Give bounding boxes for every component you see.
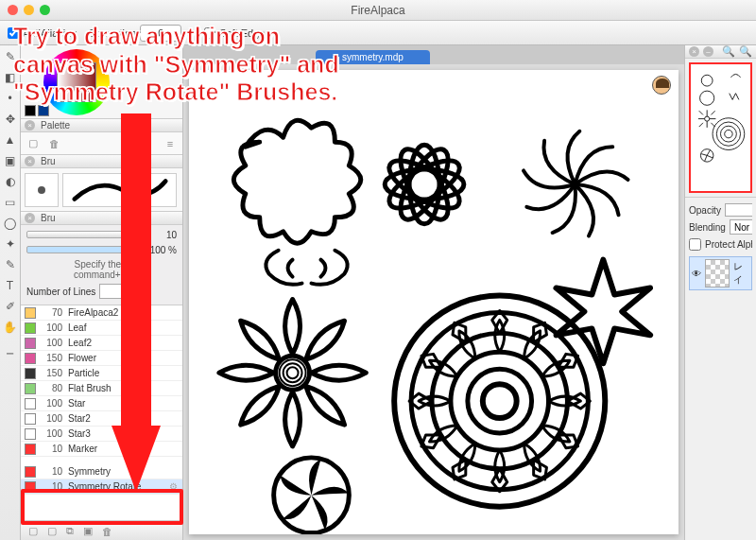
delete-brush-icon[interactable]: 🗑 (102, 526, 112, 537)
layer-name: レイ (733, 260, 749, 287)
brush-preview-label: Bru (41, 156, 56, 166)
palette-panel: ▢ 🗑 ≡ (21, 132, 182, 155)
brush-list-footer: ▢ ▢ ⧉ ▣ 🗑 (21, 521, 182, 540)
blending-select[interactable]: Norm (730, 219, 752, 235)
correction-control: Correction 0 ▲ ▼ (88, 25, 193, 42)
palette-close-icon[interactable]: × (25, 120, 35, 131)
antialias-label: AntiAliasing (23, 27, 77, 39)
select-rect-tool[interactable]: ▭ (3, 195, 18, 210)
svg-point-11 (468, 369, 532, 433)
layer-thumbnail (705, 259, 730, 287)
svg-point-10 (483, 384, 517, 418)
add-brush2-icon[interactable]: ▢ (47, 525, 57, 537)
brush-size-value: 10 (145, 230, 177, 240)
swatch-bg[interactable] (38, 105, 49, 116)
brush-list-item[interactable]: 100Star3 (21, 427, 182, 442)
brush-list-item[interactable]: 150Flower (21, 351, 182, 366)
canvas-artwork (189, 70, 679, 534)
dot-tool[interactable]: • (3, 91, 18, 106)
brush-control-close-icon[interactable]: × (25, 213, 35, 223)
brush-list-item[interactable]: 80Flat Brush (21, 381, 182, 396)
gradient-tool[interactable]: ◐ (3, 174, 18, 189)
brush-list-item[interactable]: 100Leaf2 (21, 336, 182, 351)
svg-point-15 (394, 296, 605, 507)
brush-list-item[interactable]: 100Star (21, 396, 182, 411)
brush-settings-icon[interactable]: ⚙ (169, 481, 182, 492)
brush-list[interactable]: 70FireAlpaca2 100Leaf 100Leaf2 150Flower… (21, 305, 182, 521)
correction-label: Correction (88, 27, 136, 39)
hand-tool[interactable]: ✋ (3, 320, 18, 335)
palette-menu-icon[interactable]: ≡ (163, 137, 177, 150)
softedge-checkbox[interactable]: Soft Edge (204, 27, 265, 39)
brush-hint: Specify the b command+Cl (26, 259, 177, 280)
svg-point-21 (720, 126, 736, 142)
folder-brush-icon[interactable]: ▣ (83, 525, 93, 537)
brush-list-item[interactable]: 100Star2 (21, 411, 182, 427)
color-square[interactable] (57, 62, 96, 102)
brush-preview-close-icon[interactable]: × (25, 156, 35, 166)
wand-tool[interactable]: ✦ (3, 236, 18, 252)
svg-point-20 (725, 130, 732, 137)
fill-tool[interactable]: ▲ (3, 132, 18, 148)
duplicate-brush-icon[interactable]: ⧉ (66, 525, 74, 537)
eyedropper-tool[interactable]: ✐ (3, 299, 18, 314)
brush-list-item[interactable]: 10Symmetry (21, 464, 182, 479)
tool-strip: ✎ ◧ • ✥ ▲ ▣ ◐ ▭ ◯ ✦ ✎ T ✐ ✋ ⎯ (0, 45, 21, 540)
swatch-fg[interactable] (25, 105, 36, 116)
brush-list-item[interactable]: 10Symmetry Rotate ⚙ (21, 479, 182, 495)
nav-close-icon[interactable]: × (689, 46, 699, 57)
text-tool[interactable]: T (3, 278, 18, 293)
layer-panel: Opacity BlendingNorm Protect Alpha 👁 レイ (685, 197, 756, 540)
brush-tool[interactable]: ✎ (3, 49, 18, 64)
eraser-tool[interactable]: ◧ (3, 70, 18, 85)
layer-visibility-icon[interactable]: 👁 (692, 269, 701, 279)
divider: ⎯ (3, 340, 18, 356)
add-palette-icon[interactable]: ▢ (26, 137, 40, 150)
zoom-in-icon[interactable]: 🔍 (739, 45, 752, 58)
svg-point-17 (701, 75, 713, 86)
zoom-window-button[interactable] (40, 5, 50, 15)
protect-alpha-checkbox[interactable] (689, 238, 701, 251)
delete-palette-icon[interactable]: 🗑 (47, 137, 60, 150)
softedge-label: Soft Edge (219, 27, 265, 39)
blending-label: Blending (689, 222, 726, 233)
opacity-input[interactable] (725, 203, 752, 217)
app-title: FireAlpaca (351, 4, 404, 17)
layer-row[interactable]: 👁 レイ (689, 256, 752, 290)
color-panel (21, 45, 182, 119)
close-window-button[interactable] (8, 5, 18, 15)
zoom-out-icon[interactable]: 🔍 (722, 45, 735, 58)
numlines-input[interactable] (99, 284, 129, 299)
correction-step-down[interactable]: ▼ (185, 33, 193, 40)
svg-point-19 (705, 116, 710, 121)
bucket-tool[interactable]: ▣ (3, 153, 18, 168)
svg-point-14 (411, 312, 588, 489)
canvas[interactable] (189, 70, 679, 534)
brush-opacity-slider[interactable] (26, 246, 139, 253)
correction-value[interactable]: 0 (140, 25, 181, 42)
select-lasso-tool[interactable]: ◯ (3, 216, 18, 231)
brush-control-panel: 10 100 % Specify the b command+Cl Number… (21, 225, 182, 305)
brush-list-item[interactable]: 70FireAlpaca2 (21, 305, 182, 321)
brush-list-item[interactable]: 150Particle (21, 366, 182, 381)
options-bar: AntiAliasing Correction 0 ▲ ▼ Soft Edge (0, 21, 756, 45)
brush-control-label: Bru (41, 213, 56, 223)
brush-stroke-preview (62, 173, 177, 207)
navigator-preview[interactable] (689, 62, 752, 193)
move-tool[interactable]: ✥ (3, 112, 18, 127)
numlines-label: Number of Lines (26, 287, 95, 297)
numlines-step-down[interactable]: ▼ (133, 291, 141, 298)
add-brush-icon[interactable]: ▢ (28, 525, 38, 537)
document-tab[interactable]: symmetry.mdp (316, 50, 430, 64)
minimize-window-button[interactable] (24, 5, 34, 15)
pen-select-tool[interactable]: ✎ (3, 257, 18, 272)
svg-point-18 (700, 91, 714, 105)
svg-point-23 (713, 118, 745, 150)
brush-size-slider[interactable] (26, 231, 139, 238)
nav-collapse-icon[interactable]: – (703, 46, 713, 57)
svg-point-7 (287, 367, 299, 378)
brush-list-item[interactable]: 10Marker (21, 442, 182, 457)
user-avatar (652, 76, 671, 95)
antialias-checkbox[interactable]: AntiAliasing (8, 27, 77, 39)
brush-list-item[interactable]: 100Leaf (21, 321, 182, 336)
